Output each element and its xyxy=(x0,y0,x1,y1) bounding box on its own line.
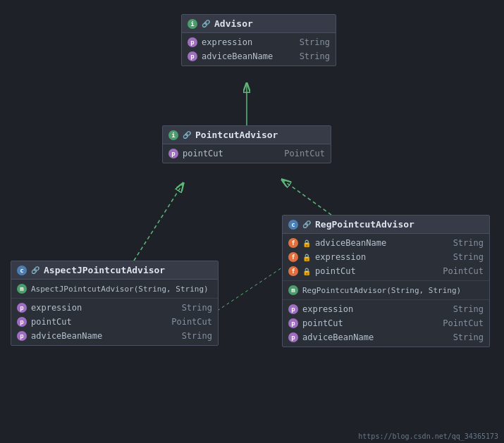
regpointcutadvisor-lock2: 🔒 xyxy=(302,254,311,261)
advisor-expression-name: expression xyxy=(202,37,295,47)
aspectjpointcutadvisor-expression-badge: p xyxy=(17,303,27,313)
pointcutadvisor-box: i 🔗 PointcutAdvisor p pointCut PointCut xyxy=(162,125,331,163)
aspectjpointcutadvisor-badge: c xyxy=(17,266,27,275)
aspectjpointcutadvisor-pointCut-name: pointCut xyxy=(31,317,167,327)
advisor-field-adviceBeanName: p adviceBeanName String xyxy=(182,49,336,63)
svg-line-3 xyxy=(134,183,183,261)
regpointcutadvisor-box: c 🔗 RegPointcutAdvisor f 🔒 adviceBeanNam… xyxy=(282,215,490,347)
regpointcutadvisor-field-pointCut: p pointCut PointCut xyxy=(283,316,489,330)
advisor-adviceBeanName-type: String xyxy=(300,51,330,61)
advisor-expression-badge: p xyxy=(188,37,197,47)
aspectjpointcutadvisor-header: c 🔗 AspectJPointcutAdvisor xyxy=(11,261,218,280)
aspectjpointcutadvisor-adviceBeanName-type: String xyxy=(182,331,212,341)
svg-line-4 xyxy=(282,180,331,215)
regpointcutadvisor-adviceBeanName-name: adviceBeanName xyxy=(302,332,449,342)
diagram-container: i 🔗 Advisor p expression String p advice… xyxy=(0,0,504,443)
advisor-badge: i xyxy=(188,19,197,29)
regpointcutadvisor-pointCut-type: PointCut xyxy=(443,318,484,328)
regpointcutadvisor-priv-pointCut: f 🔒 pointCut PointCut xyxy=(283,264,489,278)
regpointcutadvisor-private-fields: f 🔒 adviceBeanName String f 🔒 expression… xyxy=(283,234,489,281)
pointcutadvisor-pointCut-name: pointCut xyxy=(183,149,280,158)
regpointcutadvisor-expression-type: String xyxy=(453,304,484,314)
regpointcutadvisor-fields: p expression String p pointCut PointCut … xyxy=(283,300,489,347)
regpointcutadvisor-adviceBeanName-type: String xyxy=(453,332,484,342)
advisor-field-expression: p expression String xyxy=(182,35,336,49)
regpointcutadvisor-priv-pointCut-name: pointCut xyxy=(315,266,438,276)
advisor-adviceBeanName-name: adviceBeanName xyxy=(202,51,295,61)
regpointcutadvisor-field-adviceBeanName: p adviceBeanName String xyxy=(283,330,489,344)
regpointcutadvisor-pointCut-badge: p xyxy=(288,318,298,328)
pointcutadvisor-title: PointcutAdvisor xyxy=(195,130,278,140)
aspectjpointcutadvisor-fields: p expression String p pointCut PointCut … xyxy=(11,299,218,345)
regpointcutadvisor-f-badge1: f xyxy=(288,238,298,248)
regpointcutadvisor-header: c 🔗 RegPointcutAdvisor xyxy=(283,216,489,234)
advisor-chain-icon: 🔗 xyxy=(202,20,210,27)
aspectjpointcutadvisor-constructor-badge: m xyxy=(17,284,27,294)
aspectjpointcutadvisor-expression-name: expression xyxy=(31,303,178,313)
advisor-box: i 🔗 Advisor p expression String p advice… xyxy=(181,14,336,66)
advisor-title: Advisor xyxy=(214,18,253,29)
pointcutadvisor-field-pointCut: p pointCut PointCut xyxy=(163,146,331,161)
aspectjpointcutadvisor-field-expression: p expression String xyxy=(11,301,218,315)
regpointcutadvisor-priv-pointCut-type: PointCut xyxy=(443,266,484,276)
regpointcutadvisor-lock3: 🔒 xyxy=(302,268,311,275)
pointcutadvisor-fields: p pointCut PointCut xyxy=(163,144,331,163)
pointcutadvisor-badge: i xyxy=(168,130,178,140)
regpointcutadvisor-priv-adviceBeanName-type: String xyxy=(453,238,484,248)
aspectjpointcutadvisor-constructor-name: AspectJPointcutAdvisor(String, String) xyxy=(31,285,212,294)
aspectjpointcutadvisor-expression-type: String xyxy=(182,303,212,313)
aspectjpointcutadvisor-field-pointCut: p pointCut PointCut xyxy=(11,315,218,329)
advisor-expression-type: String xyxy=(300,37,330,47)
advisor-header: i 🔗 Advisor xyxy=(182,15,336,33)
pointcutadvisor-chain-icon: 🔗 xyxy=(183,131,191,139)
regpointcutadvisor-priv-expression-type: String xyxy=(453,252,484,262)
regpointcutadvisor-priv-expression-name: expression xyxy=(315,252,449,262)
aspectjpointcutadvisor-pointCut-type: PointCut xyxy=(171,317,212,327)
regpointcutadvisor-f-badge2: f xyxy=(288,252,298,262)
watermark: https://blog.csdn.net/qq_34365173 xyxy=(358,432,498,440)
regpointcutadvisor-expression-badge: p xyxy=(288,304,298,314)
regpointcutadvisor-expression-name: expression xyxy=(302,304,449,314)
svg-line-5 xyxy=(208,268,282,317)
advisor-adviceBeanName-badge: p xyxy=(188,51,197,61)
aspectjpointcutadvisor-constructors: m AspectJPointcutAdvisor(String, String) xyxy=(11,280,218,299)
regpointcutadvisor-pointCut-name: pointCut xyxy=(302,318,438,328)
regpointcutadvisor-title: RegPointcutAdvisor xyxy=(315,219,414,230)
regpointcutadvisor-chain-icon: 🔗 xyxy=(302,220,311,228)
regpointcutadvisor-field-expression: p expression String xyxy=(283,302,489,316)
regpointcutadvisor-priv-expression: f 🔒 expression String xyxy=(283,250,489,264)
regpointcutadvisor-constructors: m RegPointcutAdvisor(String, String) xyxy=(283,281,489,300)
regpointcutadvisor-adviceBeanName-badge: p xyxy=(288,332,298,342)
aspectjpointcutadvisor-constructor-row: m AspectJPointcutAdvisor(String, String) xyxy=(11,282,218,296)
pointcutadvisor-pointCut-type: PointCut xyxy=(284,149,325,158)
aspectjpointcutadvisor-chain-icon: 🔗 xyxy=(31,266,39,274)
regpointcutadvisor-lock1: 🔒 xyxy=(302,239,311,247)
aspectjpointcutadvisor-adviceBeanName-badge: p xyxy=(17,331,27,341)
aspectjpointcutadvisor-pointCut-badge: p xyxy=(17,317,27,327)
regpointcutadvisor-priv-adviceBeanName: f 🔒 adviceBeanName String xyxy=(283,236,489,250)
advisor-fields: p expression String p adviceBeanName Str… xyxy=(182,33,336,65)
regpointcutadvisor-badge: c xyxy=(288,220,298,230)
regpointcutadvisor-constructor-row: m RegPointcutAdvisor(String, String) xyxy=(283,283,489,297)
aspectjpointcutadvisor-adviceBeanName-name: adviceBeanName xyxy=(31,331,178,341)
pointcutadvisor-header: i 🔗 PointcutAdvisor xyxy=(163,126,331,144)
regpointcutadvisor-constructor-badge: m xyxy=(288,285,298,295)
pointcutadvisor-pointCut-badge: p xyxy=(168,149,178,158)
regpointcutadvisor-constructor-name: RegPointcutAdvisor(String, String) xyxy=(302,286,484,295)
regpointcutadvisor-priv-adviceBeanName-name: adviceBeanName xyxy=(315,238,449,248)
aspectjpointcutadvisor-box: c 🔗 AspectJPointcutAdvisor m AspectJPoin… xyxy=(11,261,219,346)
regpointcutadvisor-f-badge3: f xyxy=(288,266,298,276)
aspectjpointcutadvisor-field-adviceBeanName: p adviceBeanName String xyxy=(11,329,218,343)
aspectjpointcutadvisor-title: AspectJPointcutAdvisor xyxy=(44,265,165,275)
